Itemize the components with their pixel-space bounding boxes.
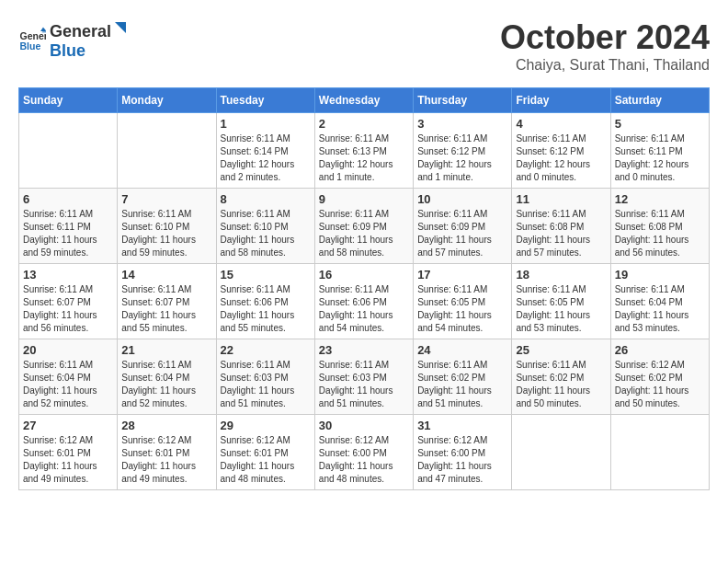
calendar-cell: 28Sunrise: 6:12 AM Sunset: 6:01 PM Dayli… <box>118 415 216 490</box>
day-info: Sunrise: 6:11 AM Sunset: 6:14 PM Dayligh… <box>221 132 311 184</box>
calendar-table: SundayMondayTuesdayWednesdayThursdayFrid… <box>18 87 710 490</box>
calendar-cell <box>118 113 216 189</box>
day-number: 20 <box>23 343 113 357</box>
calendar-cell <box>512 415 610 490</box>
location-subtitle: Chaiya, Surat Thani, Thailand <box>500 57 710 74</box>
day-info: Sunrise: 6:11 AM Sunset: 6:03 PM Dayligh… <box>319 359 409 410</box>
calendar-cell: 16Sunrise: 6:11 AM Sunset: 6:06 PM Dayli… <box>314 264 413 339</box>
day-info: Sunrise: 6:11 AM Sunset: 6:09 PM Dayligh… <box>319 208 409 259</box>
day-info: Sunrise: 6:11 AM Sunset: 6:07 PM Dayligh… <box>23 283 113 335</box>
day-number: 23 <box>319 343 409 357</box>
calendar-cell: 11Sunrise: 6:11 AM Sunset: 6:08 PM Dayli… <box>512 189 610 264</box>
calendar-cell: 2Sunrise: 6:11 AM Sunset: 6:13 PM Daylig… <box>314 113 413 189</box>
day-info: Sunrise: 6:12 AM Sunset: 6:00 PM Dayligh… <box>417 434 507 486</box>
day-number: 14 <box>121 268 211 282</box>
calendar-cell <box>19 113 118 189</box>
day-number: 7 <box>121 192 211 206</box>
calendar-cell: 3Sunrise: 6:11 AM Sunset: 6:12 PM Daylig… <box>414 113 512 189</box>
calendar-cell: 6Sunrise: 6:11 AM Sunset: 6:11 PM Daylig… <box>19 189 118 264</box>
day-info: Sunrise: 6:12 AM Sunset: 6:01 PM Dayligh… <box>23 434 113 486</box>
calendar-cell: 19Sunrise: 6:11 AM Sunset: 6:04 PM Dayli… <box>610 264 709 339</box>
calendar-week-3: 13Sunrise: 6:11 AM Sunset: 6:07 PM Dayli… <box>19 264 710 339</box>
day-number: 18 <box>516 268 606 282</box>
day-info: Sunrise: 6:11 AM Sunset: 6:13 PM Dayligh… <box>319 132 409 184</box>
day-info: Sunrise: 6:11 AM Sunset: 6:06 PM Dayligh… <box>319 283 409 335</box>
title-area: October 2024 Chaiya, Surat Thani, Thaila… <box>500 18 710 74</box>
calendar-cell: 13Sunrise: 6:11 AM Sunset: 6:07 PM Dayli… <box>19 264 118 339</box>
calendar-week-1: 1Sunrise: 6:11 AM Sunset: 6:14 PM Daylig… <box>19 113 710 189</box>
day-info: Sunrise: 6:11 AM Sunset: 6:04 PM Dayligh… <box>615 283 705 335</box>
calendar-cell: 26Sunrise: 6:12 AM Sunset: 6:02 PM Dayli… <box>610 339 709 415</box>
day-info: Sunrise: 6:11 AM Sunset: 6:05 PM Dayligh… <box>516 283 606 335</box>
calendar-cell: 22Sunrise: 6:11 AM Sunset: 6:03 PM Dayli… <box>216 339 314 415</box>
day-number: 16 <box>319 268 409 282</box>
calendar-cell <box>610 415 709 490</box>
calendar-cell: 25Sunrise: 6:11 AM Sunset: 6:02 PM Dayli… <box>512 339 610 415</box>
calendar-cell: 5Sunrise: 6:11 AM Sunset: 6:11 PM Daylig… <box>610 113 709 189</box>
day-number: 9 <box>319 192 409 206</box>
calendar-cell: 24Sunrise: 6:11 AM Sunset: 6:02 PM Dayli… <box>414 339 512 415</box>
day-number: 29 <box>221 419 311 432</box>
day-info: Sunrise: 6:12 AM Sunset: 6:01 PM Dayligh… <box>221 434 311 486</box>
calendar-cell: 4Sunrise: 6:11 AM Sunset: 6:12 PM Daylig… <box>512 113 610 189</box>
day-info: Sunrise: 6:11 AM Sunset: 6:02 PM Dayligh… <box>516 359 606 410</box>
day-number: 4 <box>516 117 606 131</box>
calendar-cell: 7Sunrise: 6:11 AM Sunset: 6:10 PM Daylig… <box>118 189 216 264</box>
day-number: 31 <box>417 419 507 432</box>
logo-icon: General Blue <box>18 26 46 53</box>
svg-text:Blue: Blue <box>20 40 41 52</box>
day-number: 19 <box>615 268 705 282</box>
weekday-header-monday: Monday <box>118 88 216 113</box>
day-info: Sunrise: 6:11 AM Sunset: 6:12 PM Dayligh… <box>516 132 606 184</box>
day-info: Sunrise: 6:11 AM Sunset: 6:10 PM Dayligh… <box>221 208 311 259</box>
weekday-header-tuesday: Tuesday <box>216 88 314 113</box>
day-info: Sunrise: 6:12 AM Sunset: 6:02 PM Dayligh… <box>615 359 705 410</box>
day-info: Sunrise: 6:12 AM Sunset: 6:01 PM Dayligh… <box>121 434 211 486</box>
logo-text: General Blue <box>50 18 130 61</box>
calendar-week-5: 27Sunrise: 6:12 AM Sunset: 6:01 PM Dayli… <box>19 415 710 490</box>
weekday-header-row: SundayMondayTuesdayWednesdayThursdayFrid… <box>19 88 710 113</box>
day-number: 28 <box>121 419 211 432</box>
day-number: 10 <box>417 192 507 206</box>
day-number: 5 <box>615 117 705 131</box>
calendar-cell: 8Sunrise: 6:11 AM Sunset: 6:10 PM Daylig… <box>216 189 314 264</box>
day-number: 27 <box>23 419 113 432</box>
calendar-cell: 9Sunrise: 6:11 AM Sunset: 6:09 PM Daylig… <box>314 189 413 264</box>
day-info: Sunrise: 6:11 AM Sunset: 6:11 PM Dayligh… <box>23 208 113 259</box>
day-number: 22 <box>221 343 311 357</box>
calendar-cell: 1Sunrise: 6:11 AM Sunset: 6:14 PM Daylig… <box>216 113 314 189</box>
weekday-header-wednesday: Wednesday <box>314 88 413 113</box>
day-info: Sunrise: 6:11 AM Sunset: 6:11 PM Dayligh… <box>615 132 705 184</box>
calendar-week-2: 6Sunrise: 6:11 AM Sunset: 6:11 PM Daylig… <box>19 189 710 264</box>
day-info: Sunrise: 6:11 AM Sunset: 6:10 PM Dayligh… <box>121 208 211 259</box>
day-info: Sunrise: 6:11 AM Sunset: 6:08 PM Dayligh… <box>516 208 606 259</box>
day-number: 26 <box>615 343 705 357</box>
logo-arrow-icon <box>111 18 130 37</box>
calendar-cell: 23Sunrise: 6:11 AM Sunset: 6:03 PM Dayli… <box>314 339 413 415</box>
logo: General Blue General Blue <box>18 18 130 61</box>
calendar-cell: 27Sunrise: 6:12 AM Sunset: 6:01 PM Dayli… <box>19 415 118 490</box>
day-info: Sunrise: 6:12 AM Sunset: 6:00 PM Dayligh… <box>319 434 409 486</box>
calendar-cell: 14Sunrise: 6:11 AM Sunset: 6:07 PM Dayli… <box>118 264 216 339</box>
day-info: Sunrise: 6:11 AM Sunset: 6:04 PM Dayligh… <box>121 359 211 410</box>
day-info: Sunrise: 6:11 AM Sunset: 6:06 PM Dayligh… <box>221 283 311 335</box>
calendar-cell: 21Sunrise: 6:11 AM Sunset: 6:04 PM Dayli… <box>118 339 216 415</box>
day-info: Sunrise: 6:11 AM Sunset: 6:03 PM Dayligh… <box>221 359 311 410</box>
weekday-header-saturday: Saturday <box>610 88 709 113</box>
calendar-week-4: 20Sunrise: 6:11 AM Sunset: 6:04 PM Dayli… <box>19 339 710 415</box>
day-number: 12 <box>615 192 705 206</box>
day-number: 2 <box>319 117 409 131</box>
day-number: 21 <box>121 343 211 357</box>
day-number: 6 <box>23 192 113 206</box>
logo-general: General <box>50 22 111 41</box>
day-number: 17 <box>417 268 507 282</box>
page-header: General Blue General Blue October 2024 C… <box>18 18 710 74</box>
calendar-cell: 20Sunrise: 6:11 AM Sunset: 6:04 PM Dayli… <box>19 339 118 415</box>
day-number: 8 <box>221 192 311 206</box>
calendar-cell: 10Sunrise: 6:11 AM Sunset: 6:09 PM Dayli… <box>414 189 512 264</box>
day-info: Sunrise: 6:11 AM Sunset: 6:09 PM Dayligh… <box>417 208 507 259</box>
day-number: 1 <box>221 117 311 131</box>
day-number: 24 <box>417 343 507 357</box>
day-number: 11 <box>516 192 606 206</box>
weekday-header-sunday: Sunday <box>19 88 118 113</box>
